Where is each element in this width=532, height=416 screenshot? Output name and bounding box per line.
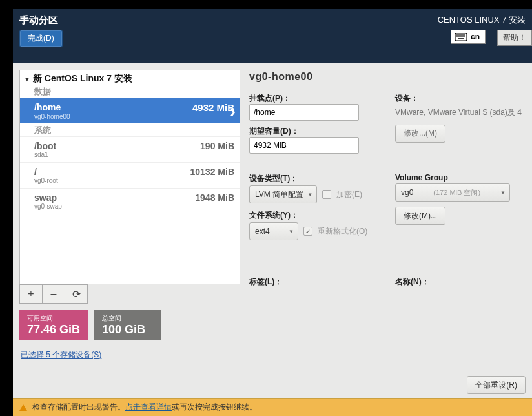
dropdown-icon: ▼ xyxy=(500,190,506,196)
warning-icon xyxy=(19,404,27,411)
vg-modify-button[interactable]: 修改(M)... xyxy=(395,207,445,225)
encrypt-label: 加密(E) xyxy=(336,189,362,200)
total-space: 总空间 100 GiB xyxy=(94,310,161,340)
page-title: 手动分区 xyxy=(19,14,58,26)
svg-rect-3 xyxy=(460,34,462,36)
svg-rect-11 xyxy=(458,38,464,39)
add-partition-button[interactable]: + xyxy=(19,284,43,304)
storage-devices-link[interactable]: 已选择 5 个存储设备(S) xyxy=(19,349,240,360)
name-label: 名称(N)： xyxy=(395,276,526,287)
svg-rect-4 xyxy=(462,34,464,36)
reformat-checkbox[interactable]: ✓ xyxy=(303,227,312,236)
devtype-select[interactable]: LVM 简单配置▼ xyxy=(249,185,317,203)
partition-row-home[interactable]: /home4932 MiB vg0-home00 xyxy=(20,98,240,123)
mount-input[interactable] xyxy=(249,104,359,121)
partition-row-boot[interactable]: /boot190 MiB sda1 xyxy=(20,136,240,162)
tree-header[interactable]: ▼ 新 CentOS Linux 7 安装 xyxy=(20,70,240,85)
partition-label-label: 标签(L)： xyxy=(249,276,380,287)
mount-label: 挂载点(P)： xyxy=(249,93,380,104)
svg-rect-1 xyxy=(456,34,458,36)
device-modify-button[interactable]: 修改...(M) xyxy=(395,125,445,143)
svg-rect-7 xyxy=(458,36,460,37)
device-label: 设备： xyxy=(395,93,526,104)
details-title: vg0-home00 xyxy=(249,71,526,83)
dropdown-icon: ▼ xyxy=(289,229,294,234)
partition-toolbar: + – ⟳ xyxy=(19,284,240,304)
svg-rect-9 xyxy=(462,36,464,37)
fs-label: 文件系统(Y)： xyxy=(249,210,380,221)
collapse-caret-icon: ▼ xyxy=(24,76,30,83)
group-label: 系统 xyxy=(20,123,240,136)
partition-tree: ▼ 新 CentOS Linux 7 安装 数据 /home4932 MiB v… xyxy=(19,70,240,284)
device-text: VMware, VMware Virtual S (sda)及 4 xyxy=(395,108,526,118)
remove-partition-button[interactable]: – xyxy=(42,284,65,304)
warning-details-link[interactable]: 点击查看详情 xyxy=(125,402,172,411)
reset-all-button[interactable]: 全部重设(R) xyxy=(467,376,526,394)
reload-button[interactable]: ⟳ xyxy=(65,284,88,304)
available-space: 可用空间 77.46 GiB xyxy=(19,310,88,340)
devtype-label: 设备类型(T)： xyxy=(249,173,380,184)
svg-rect-5 xyxy=(464,34,466,36)
dropdown-icon: ▼ xyxy=(307,192,312,198)
group-label: 数据 xyxy=(20,85,240,98)
svg-rect-6 xyxy=(456,36,458,37)
keyboard-layout[interactable]: cn xyxy=(451,30,486,44)
svg-rect-2 xyxy=(458,34,460,36)
done-button[interactable]: 完成(D) xyxy=(19,30,63,47)
vg-select[interactable]: vg0 (172 MiB 空闲) ▼ xyxy=(395,183,510,202)
svg-rect-10 xyxy=(464,36,466,37)
fs-select[interactable]: ext4▼ xyxy=(249,222,298,240)
installer-title: CENTOS LINUX 7 安装 xyxy=(438,14,526,26)
keyboard-icon xyxy=(455,33,467,41)
warning-bar: 检查存储配置时出现警告。点击查看详情或再次按完成按钮继续。 xyxy=(13,398,532,416)
partition-row-swap[interactable]: swap1948 MiB vg0-swap xyxy=(20,188,240,214)
keyboard-layout-label: cn xyxy=(471,32,480,41)
topbar: 手动分区 完成(D) CENTOS LINUX 7 安装 cn 帮助！ xyxy=(13,9,532,63)
reformat-label: 重新格式化(O) xyxy=(318,226,367,237)
vg-label: Volume Group xyxy=(395,173,526,182)
capacity-label: 期望容量(D)： xyxy=(249,126,380,137)
capacity-input[interactable] xyxy=(249,137,359,154)
encrypt-checkbox[interactable] xyxy=(322,190,331,199)
svg-rect-8 xyxy=(460,36,462,37)
partition-row-root[interactable]: /10132 MiB vg0-root xyxy=(20,162,240,188)
help-button[interactable]: 帮助！ xyxy=(497,30,532,46)
